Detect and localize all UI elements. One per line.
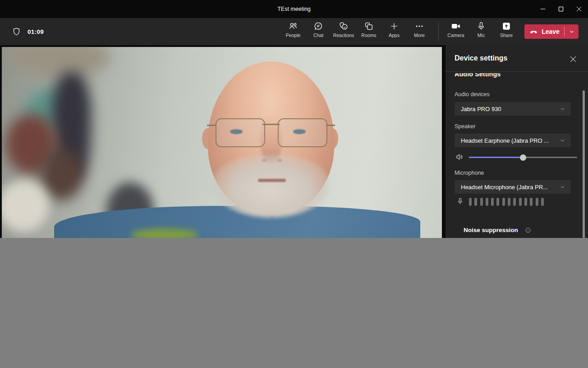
close-window-button[interactable] — [570, 0, 588, 18]
chat-button[interactable]: Chat — [306, 21, 331, 43]
audio-settings-section-header: Audio Settings — [455, 73, 501, 83]
leave-button[interactable]: Leave — [524, 24, 579, 39]
rooms-button-label: Rooms — [361, 33, 376, 38]
share-button-label: Share — [500, 33, 513, 38]
audio-devices-label: Audio devices — [455, 91, 490, 98]
mic-level-icon — [456, 197, 464, 205]
participant-video — [2, 47, 442, 238]
apps-icon — [389, 21, 399, 31]
mic-level-bar — [524, 198, 527, 206]
chat-button-label: Chat — [313, 33, 323, 38]
mic-level-bar — [496, 198, 499, 206]
reactions-button-label: Reactions — [333, 33, 354, 38]
mic-level-bar — [530, 198, 533, 206]
mic-level-bar — [469, 198, 472, 206]
mic-level-bar — [541, 198, 544, 206]
noise-suppression-row: Noise suppression — [464, 227, 531, 233]
mic-level-bar — [513, 198, 516, 206]
meeting-stage — [0, 45, 446, 238]
reactions-icon — [339, 21, 349, 31]
speaker-dropdown[interactable]: Headset Earphone (Jabra PRO ... — [455, 134, 571, 147]
video-background-blur — [2, 180, 49, 232]
speaker-label: Speaker — [455, 123, 476, 130]
participant-beard — [213, 154, 329, 218]
chevron-down-icon — [559, 137, 566, 144]
microphone-dropdown[interactable]: Headset Microphone (Jabra PR... — [455, 180, 571, 194]
mic-button[interactable]: Mic — [469, 21, 494, 43]
people-button[interactable]: People — [280, 21, 306, 43]
speaker-volume-icon — [455, 153, 464, 161]
more-button[interactable]: More — [407, 21, 432, 43]
mic-level-bar — [519, 198, 522, 206]
unrendered-gray-area — [0, 238, 588, 368]
titlebar: TEst meeting — [0, 0, 588, 18]
mic-level-bar — [536, 198, 538, 206]
speaker-volume-slider[interactable] — [469, 157, 577, 158]
mic-level-bar — [508, 198, 510, 206]
panel-title: Device settings — [455, 54, 507, 62]
apps-button[interactable]: Apps — [381, 21, 407, 43]
rooms-button[interactable]: Rooms — [356, 21, 381, 43]
camera-button-label: Camera — [447, 33, 464, 38]
glasses-lens — [278, 118, 327, 147]
share-icon — [501, 21, 511, 31]
microphone-label: Microphone — [455, 170, 484, 176]
people-button-label: People — [286, 33, 301, 38]
people-icon — [288, 21, 298, 31]
chevron-down-icon — [559, 184, 566, 191]
video-background-blur — [40, 149, 83, 200]
speaker-value: Headset Earphone (Jabra PRO ... — [461, 137, 549, 144]
glasses-lens — [216, 118, 265, 147]
camera-icon — [451, 21, 461, 31]
speaker-volume-fill — [469, 157, 523, 158]
chevron-down-icon — [568, 28, 575, 35]
teams-meeting-window: TEst meeting 01:09 People — [0, 0, 588, 368]
rooms-icon — [364, 21, 374, 31]
chevron-down-icon — [559, 106, 566, 112]
chat-icon — [313, 21, 323, 31]
video-background-blur — [6, 47, 110, 78]
mic-icon — [476, 21, 486, 31]
glasses-temple — [207, 125, 216, 126]
microphone-value: Headset Microphone (Jabra PR... — [461, 184, 548, 191]
leave-button-label: Leave — [542, 28, 560, 35]
audio-devices-value: Jabra PRO 930 — [461, 106, 501, 112]
mic-level-bar — [474, 198, 477, 206]
noise-suppression-label: Noise suppression — [464, 227, 518, 233]
info-icon[interactable] — [525, 227, 531, 233]
maximize-button[interactable] — [552, 0, 570, 18]
speaker-volume-thumb[interactable] — [520, 154, 526, 161]
meeting-timer-group: 01:09 — [12, 18, 44, 45]
leave-button-main[interactable]: Leave — [524, 27, 564, 37]
window-title: TEst meeting — [0, 0, 588, 18]
toolbar-separator — [438, 22, 439, 41]
minimize-button[interactable] — [534, 0, 552, 18]
participant-mouth — [258, 179, 286, 182]
panel-header: Device settings — [446, 45, 588, 72]
shield-icon — [12, 27, 21, 37]
mic-level-bar — [480, 198, 483, 206]
maximize-icon — [556, 5, 565, 14]
panel-scrollbar[interactable] — [583, 90, 585, 238]
leave-options-button[interactable] — [565, 24, 579, 39]
more-button-label: More — [414, 33, 425, 38]
mic-level-bars — [469, 198, 544, 206]
camera-button[interactable]: Camera — [443, 21, 469, 43]
close-icon — [568, 54, 578, 64]
minimize-icon — [538, 5, 547, 14]
close-panel-button[interactable] — [568, 54, 578, 64]
phone-hangup-icon — [529, 27, 538, 37]
mic-level-bar — [491, 198, 494, 206]
participant-face — [208, 61, 334, 214]
close-icon — [574, 5, 583, 14]
meeting-toolbar: 01:09 People Chat Reactions — [0, 18, 588, 45]
apps-button-label: Apps — [389, 33, 400, 38]
video-foreground-object — [131, 228, 198, 238]
device-settings-panel: Device settings Audio Settings Audio dev… — [446, 45, 588, 238]
audio-devices-dropdown[interactable]: Jabra PRO 930 — [455, 102, 571, 116]
mic-level-bar — [502, 198, 505, 206]
glasses-temple — [326, 125, 335, 126]
reactions-button[interactable]: Reactions — [331, 21, 356, 43]
mic-level-bar — [486, 198, 488, 206]
share-button[interactable]: Share — [494, 21, 519, 43]
